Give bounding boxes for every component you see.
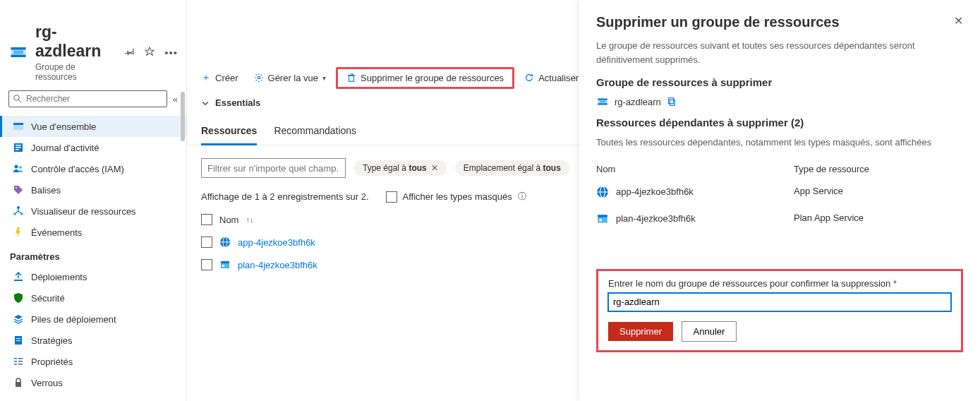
chevron-down-icon (201, 99, 210, 107)
sidebar: rg-azdlearn Groupe de ressources ••• « V… (0, 0, 187, 401)
more-icon[interactable]: ••• (164, 47, 178, 59)
pin-icon[interactable] (125, 47, 135, 59)
sidebar-item-properties[interactable]: Propriétés (0, 351, 186, 372)
dependent-heading: Ressources dépendantes à supprimer (2) (596, 116, 963, 128)
svg-rect-3 (13, 123, 23, 125)
tab-resources[interactable]: Ressources (201, 125, 257, 145)
sidebar-item-resource-visualizer[interactable]: Visualiseur de ressources (0, 200, 186, 222)
info-icon[interactable]: ⓘ (518, 191, 526, 203)
confirm-label: Entrer le nom du groupe de ressources po… (608, 278, 890, 289)
dependent-note: Toutes les ressources dépendantes, notam… (596, 136, 963, 150)
type-filter-pill[interactable]: Type égal à tous ✕ (354, 160, 447, 176)
stacks-icon (13, 313, 24, 325)
confirm-input[interactable] (608, 293, 951, 311)
page-title: rg-azdlearn (35, 23, 114, 61)
create-button[interactable]: ＋ Créer (195, 68, 244, 87)
svg-rect-17 (16, 340, 20, 341)
sidebar-item-label: Sécurité (31, 293, 65, 304)
sidebar-item-label: Propriétés (31, 357, 73, 367)
rg-name: rg-azdlearn (615, 97, 661, 107)
sidebar-item-deployments[interactable]: Déploiements (0, 266, 186, 287)
dep-col-type: Type de ressource (794, 164, 869, 174)
dep-col-name: Nom (596, 164, 794, 174)
row-checkbox[interactable] (201, 259, 212, 270)
confirm-box: Entrer le nom du groupe de ressources po… (596, 269, 963, 352)
resource-link[interactable]: app-4jezkoe3bfh6k (238, 237, 315, 248)
events-icon (13, 227, 24, 238)
copy-icon[interactable] (667, 97, 677, 107)
trash-icon (346, 73, 356, 83)
refresh-button[interactable]: Actualiser (519, 70, 584, 86)
clear-filter-icon[interactable]: ✕ (431, 163, 438, 173)
policies-icon (13, 335, 24, 346)
svg-rect-6 (16, 147, 21, 148)
svg-line-1 (19, 100, 22, 103)
sidebar-item-label: Événements (31, 227, 82, 238)
shield-icon (13, 292, 24, 304)
svg-rect-7 (16, 149, 19, 150)
svg-rect-14 (14, 280, 23, 281)
svg-rect-21 (18, 358, 23, 359)
select-all-checkbox[interactable] (201, 214, 212, 225)
sidebar-item-iam[interactable]: Contrôle d'accès (IAM) (0, 158, 186, 179)
tab-recommendations[interactable]: Recommandations (274, 125, 356, 145)
sidebar-item-overview[interactable]: Vue d'ensemble (0, 116, 186, 137)
sidebar-item-events[interactable]: Événements (0, 222, 186, 243)
svg-rect-19 (14, 361, 17, 362)
row-checkbox[interactable] (201, 237, 212, 248)
delete-button[interactable]: Supprimer (608, 322, 673, 341)
sidebar-item-locks[interactable]: Verrous (0, 372, 186, 393)
sidebar-item-security[interactable]: Sécurité (0, 287, 186, 309)
dep-name: app-4jezkoe3bfh6k (616, 186, 694, 197)
svg-rect-31 (221, 261, 229, 263)
location-filter-pill[interactable]: Emplacement égal à tous (455, 160, 569, 176)
sidebar-search[interactable] (8, 90, 167, 107)
svg-rect-39 (598, 215, 607, 217)
properties-icon (13, 356, 24, 367)
sidebar-item-label: Contrôle d'accès (IAM) (31, 164, 124, 174)
close-icon[interactable]: ✕ (954, 14, 963, 28)
svg-rect-33 (670, 100, 674, 105)
plus-icon: ＋ (201, 71, 211, 84)
globe-icon (596, 186, 609, 198)
svg-rect-23 (18, 364, 23, 365)
dep-row: plan-4jezkoe3bfh6k Plan App Service (596, 205, 963, 232)
sidebar-item-label: Balises (31, 185, 61, 196)
sort-arrow-icon[interactable]: ↑↓ (246, 215, 253, 224)
sidebar-search-input[interactable] (26, 94, 162, 104)
sidebar-item-label: Piles de déploiement (31, 314, 116, 325)
cancel-button[interactable]: Annuler (682, 321, 737, 342)
panel-title: Supprimer un groupe de ressources (596, 14, 840, 30)
col-name[interactable]: Nom (219, 215, 238, 225)
overview-icon (13, 121, 24, 132)
show-hidden-checkbox[interactable] (386, 191, 397, 203)
delete-rg-button[interactable]: Supprimer le groupe de ressources (336, 67, 514, 89)
collapse-sidebar-icon[interactable]: « (173, 94, 178, 104)
lock-icon (13, 377, 24, 388)
svg-point-11 (17, 206, 20, 209)
sidebar-item-deployment-stacks[interactable]: Piles de déploiement (0, 309, 186, 330)
sidebar-item-label: Déploiements (31, 272, 87, 282)
sidebar-item-label: Vue d'ensemble (31, 121, 96, 132)
dep-type: Plan App Service (794, 213, 864, 225)
iam-icon (13, 163, 24, 174)
svg-rect-16 (16, 338, 20, 339)
svg-rect-5 (16, 145, 21, 146)
resource-link[interactable]: plan-4jezkoe3bfh6k (238, 260, 317, 270)
sidebar-item-tags[interactable]: Balises (0, 179, 186, 200)
chevron-down-icon: ▾ (322, 74, 326, 82)
manage-view-button[interactable]: Gérer la vue ▾ (248, 70, 332, 86)
show-hidden-label: Afficher les types masqués (403, 191, 512, 202)
svg-point-0 (14, 95, 20, 101)
svg-point-9 (19, 166, 22, 169)
filter-input[interactable] (201, 158, 346, 178)
svg-point-25 (258, 76, 260, 79)
star-icon[interactable] (145, 47, 155, 59)
resource-group-icon (8, 42, 28, 62)
sidebar-item-policies[interactable]: Stratégies (0, 330, 186, 351)
sidebar-item-activity-log[interactable]: Journal d'activité (0, 137, 186, 158)
resource-visualizer-icon (13, 205, 24, 217)
search-icon (13, 95, 22, 103)
dep-name: plan-4jezkoe3bfh6k (616, 213, 696, 224)
scrollbar[interactable] (181, 92, 186, 198)
